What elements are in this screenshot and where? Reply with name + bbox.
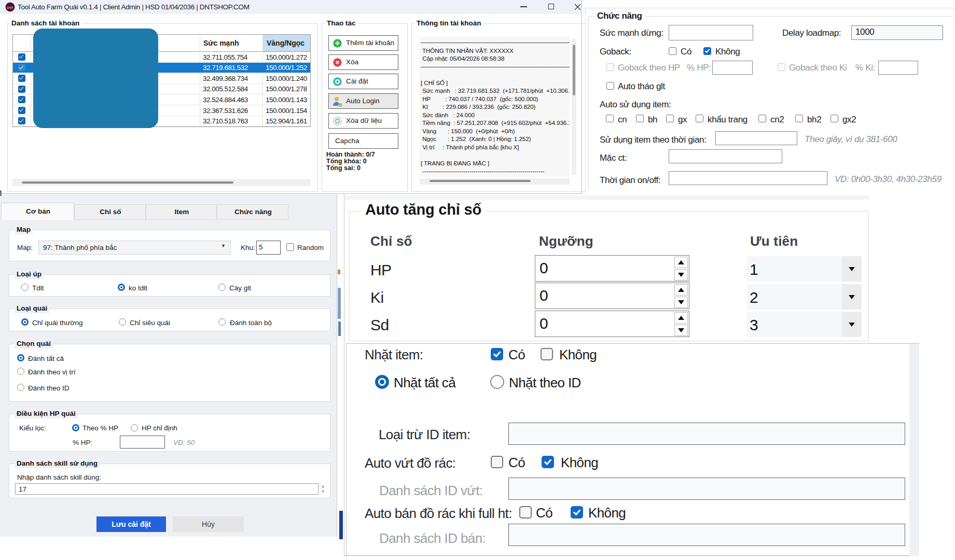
svg-text:DNT: DNT	[7, 6, 13, 9]
